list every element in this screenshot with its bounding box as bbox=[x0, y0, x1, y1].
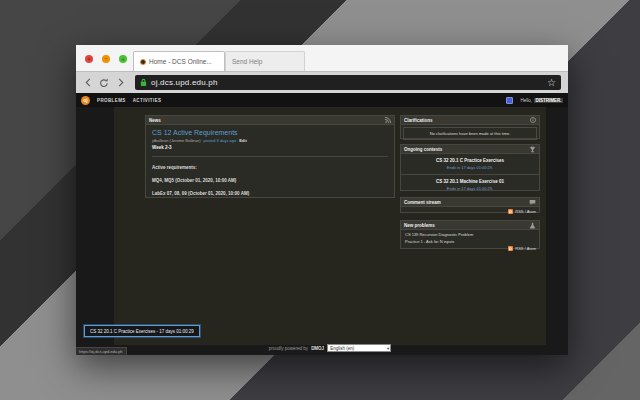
ongoing-contests-title: Ongoing contests bbox=[404, 147, 442, 152]
tab-home-title: Home - DCS Online... bbox=[149, 58, 212, 65]
user-avatar[interactable] bbox=[506, 97, 513, 104]
new-problems-header: New problems bbox=[401, 221, 539, 230]
info-icon bbox=[530, 117, 536, 123]
tab-home[interactable]: Home - DCS Online... bbox=[133, 51, 225, 71]
contest-item[interactable]: CS 32 20.1 C Practice Exercises Ends in … bbox=[401, 154, 539, 174]
reload-button[interactable] bbox=[99, 78, 109, 88]
rss-icon bbox=[508, 209, 513, 214]
browser-titlebar: × − + Home - DCS Online... Send Help bbox=[76, 45, 568, 72]
news-post-byline: jdbalbran (Jerome Balbran) posted 3 days… bbox=[152, 138, 388, 143]
contest-name-link[interactable]: CS 32 20.1 C Practice Exercises bbox=[405, 158, 535, 163]
rss-icon bbox=[508, 246, 513, 251]
trophy-icon bbox=[529, 146, 536, 153]
comment-stream-rss-link[interactable]: RSS / Atom bbox=[401, 207, 539, 215]
clarifications-empty-message: No clarifications have been made at this… bbox=[403, 127, 537, 140]
window-controls: × − + bbox=[85, 55, 127, 63]
user-greeting[interactable]: Hello, DISTRIMER. bbox=[520, 98, 563, 103]
browser-addressbar: oj.dcs.upd.edu.ph ☆ bbox=[76, 72, 568, 93]
news-panel: News CS 12 Active Requirements jdbalbran… bbox=[145, 115, 395, 198]
forward-arrow-icon bbox=[116, 78, 125, 87]
news-title: News bbox=[149, 118, 161, 123]
reload-icon bbox=[99, 78, 109, 88]
maximize-window-button[interactable]: + bbox=[119, 55, 127, 63]
contest-countdown-tooltip[interactable]: CS 32 20.1 C Practice Exercises - 17 day… bbox=[84, 325, 200, 337]
news-post: CS 12 Active Requirements jdbalbran (Jer… bbox=[146, 125, 394, 200]
new-problem-link[interactable]: CS 139 Recursion Diagnostic Problem bbox=[401, 230, 539, 237]
new-problems-title: New problems bbox=[404, 223, 435, 228]
new-problems-rss-link[interactable]: RSS / Atom bbox=[401, 244, 539, 252]
url-input[interactable]: oj.dcs.upd.edu.ph ☆ bbox=[135, 75, 561, 90]
contest-item[interactable]: CS 32 20.1 Machine Exercise 01 Ends in 1… bbox=[401, 174, 539, 195]
new-problem-link[interactable]: Practice 1 - Ask for N inputs bbox=[401, 237, 539, 244]
browser-window: × − + Home - DCS Online... Send Help bbox=[76, 45, 568, 355]
bookmark-star-icon[interactable]: ☆ bbox=[547, 78, 556, 88]
language-select[interactable]: English (en) bbox=[327, 344, 391, 352]
site-favicon-icon bbox=[140, 59, 146, 65]
news-panel-header: News bbox=[146, 116, 394, 125]
tab-send-help[interactable]: Send Help bbox=[225, 51, 305, 71]
clarifications-header: Clarifications bbox=[401, 116, 539, 125]
dmoj-brand-link[interactable]: DMOJ bbox=[311, 346, 324, 351]
nav-activities[interactable]: ACTIVITIES bbox=[133, 98, 162, 103]
site-navbar: oj PROBLEMS ACTIVITIES Hello, DISTRIMER. bbox=[76, 93, 568, 107]
site-logo-icon[interactable]: oj bbox=[81, 96, 90, 105]
link-status-bubble: https://oj.dcs.upd.edu.ph bbox=[76, 347, 127, 355]
contest-countdown: Ends in 17 days 01:00:29. bbox=[405, 165, 535, 170]
news-post-posted-link[interactable]: posted 3 days ago bbox=[203, 138, 236, 143]
contest-countdown: Ends in 17 days 01:00:29. bbox=[405, 186, 535, 191]
username-label: DISTRIMER. bbox=[534, 98, 563, 103]
comment-stream-panel: Comment stream RSS / Atom bbox=[400, 197, 540, 213]
https-padlock-icon bbox=[140, 78, 147, 87]
contest-name-link[interactable]: CS 32 20.1 Machine Exercise 01 bbox=[405, 179, 535, 184]
tab-send-help-title: Send Help bbox=[232, 58, 262, 65]
news-post-body-line: Active requirements: bbox=[152, 165, 388, 170]
desktop-background: × − + Home - DCS Online... Send Help bbox=[0, 0, 640, 400]
ongoing-contests-header: Ongoing contests bbox=[401, 145, 539, 154]
clarifications-title: Clarifications bbox=[404, 118, 433, 123]
powered-by-text: proudly powered by bbox=[269, 346, 308, 351]
comment-stream-title: Comment stream bbox=[404, 200, 441, 205]
forward-button[interactable] bbox=[115, 78, 125, 88]
news-post-title-link[interactable]: CS 12 Active Requirements bbox=[152, 129, 388, 136]
news-post-subtitle: Week 2-3 bbox=[152, 145, 388, 150]
comment-bubble-icon bbox=[529, 199, 536, 206]
ongoing-contests-panel: Ongoing contests CS 32 20.1 C Practice E… bbox=[400, 144, 540, 191]
back-arrow-icon bbox=[84, 78, 93, 87]
news-post-divider bbox=[152, 156, 388, 157]
close-window-button[interactable]: × bbox=[85, 55, 93, 63]
comment-stream-header: Comment stream bbox=[401, 198, 539, 207]
news-post-author-link[interactable]: jdbalbran (Jerome Balbran) bbox=[152, 138, 200, 143]
news-post-body-line: LabEx 07, 08, 09 (October 01, 2020, 10:0… bbox=[152, 191, 388, 196]
nav-problems[interactable]: PROBLEMS bbox=[97, 98, 126, 103]
news-post-edit-link[interactable]: Edit bbox=[239, 138, 247, 143]
back-button[interactable] bbox=[83, 78, 93, 88]
new-problems-panel: New problems CS 139 Recursion Diagnostic… bbox=[400, 220, 540, 249]
news-post-body-line: MQ4, MQ5 (October 01, 2020, 10:00 AM) bbox=[152, 178, 388, 183]
flask-icon bbox=[529, 222, 536, 229]
clarifications-panel: Clarifications No clarifications have be… bbox=[400, 115, 540, 139]
webpage-viewport: oj PROBLEMS ACTIVITIES Hello, DISTRIMER.… bbox=[76, 93, 568, 355]
minimize-window-button[interactable]: − bbox=[102, 55, 110, 63]
greeting-prefix: Hello, bbox=[520, 98, 532, 103]
new-problems-rss-label: RSS / Atom bbox=[515, 246, 536, 251]
page-footer: proudly powered by DMOJ English (en) bbox=[114, 344, 546, 352]
comment-stream-rss-label: RSS / Atom bbox=[515, 209, 536, 214]
news-rss-icon[interactable] bbox=[385, 117, 391, 123]
url-text: oj.dcs.upd.edu.ph bbox=[151, 78, 543, 87]
